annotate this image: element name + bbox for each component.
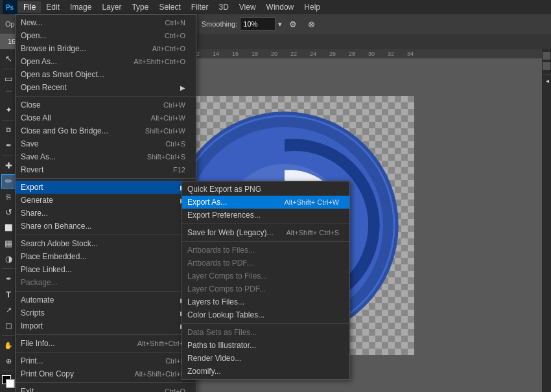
menu-item-open-as[interactable]: Open As... Alt+Shift+Ctrl+O: [16, 55, 196, 68]
menu-item-open-recent[interactable]: Open Recent ▶: [16, 81, 196, 94]
right-panel-arrow[interactable]: ▸: [543, 78, 550, 86]
menu-image[interactable]: Image: [65, 1, 97, 13]
right-panel-btn-1[interactable]: [543, 52, 550, 60]
export-sep-1: [182, 224, 349, 224]
menu-item-layer-comps-files: Layer Comps to Files...: [182, 270, 349, 282]
menu-item-close-bridge[interactable]: Close and Go to Bridge... Shift+Ctrl+W: [16, 124, 196, 137]
right-panel-sep: [543, 74, 550, 75]
menu-sep-5: [16, 334, 196, 335]
menu-3d[interactable]: 3D: [213, 1, 233, 13]
menu-item-import[interactable]: Import ▶: [16, 319, 196, 332]
menu-sep-2: [16, 178, 196, 179]
smoothing-input[interactable]: [240, 17, 276, 30]
menu-item-save-web[interactable]: Save for Web (Legacy)... Alt+Shift+ Ctrl…: [182, 226, 349, 239]
menu-item-quick-export[interactable]: Quick Export as PNG: [182, 183, 349, 196]
menu-item-artboards-pdf: Artboards to PDF...: [182, 257, 349, 270]
menu-item-share-behance[interactable]: Share on Behance...: [16, 220, 196, 233]
menu-item-export-prefs[interactable]: Export Preferences...: [182, 209, 349, 222]
menu-sep-7: [16, 382, 196, 383]
menu-item-place-linked[interactable]: Place Linked...: [16, 263, 196, 276]
menu-item-export-as[interactable]: Export As... Alt+Shift+ Ctrl+W: [182, 196, 349, 209]
menu-item-close-all[interactable]: Close All Alt+Ctrl+W: [16, 111, 196, 124]
menu-item-artboards-files: Artboards to Files...: [182, 244, 349, 257]
smoothing-settings-btn[interactable]: ⚙: [286, 17, 300, 31]
menu-view[interactable]: View: [234, 1, 261, 13]
menu-sep-4: [16, 291, 196, 292]
right-panel-btn-2[interactable]: [543, 62, 550, 70]
menu-item-place-embedded[interactable]: Place Embedded...: [16, 250, 196, 263]
menu-item-print[interactable]: Print... Ctrl+P: [16, 354, 196, 367]
menu-item-layers-files[interactable]: Layers to Files...: [182, 295, 349, 308]
menu-help[interactable]: Help: [299, 1, 325, 13]
menu-item-scripts[interactable]: Scripts ▶: [16, 306, 196, 319]
menu-file[interactable]: File: [18, 1, 41, 13]
menu-item-print-one[interactable]: Print One Copy Alt+Shift+Ctrl+P: [16, 367, 196, 380]
menu-item-package: Package...: [16, 276, 196, 289]
menu-sep-1: [16, 96, 196, 97]
menu-item-color-lookup[interactable]: Color Lookup Tables...: [182, 308, 349, 321]
export-sep-3: [182, 323, 349, 324]
menu-bar: Ps File Edit Image Layer Type Select Fil…: [0, 0, 551, 14]
file-dropdown-menu: New... Ctrl+N Open... Ctrl+O Browse in B…: [15, 14, 196, 392]
symmetry-btn[interactable]: ⊗: [304, 17, 318, 31]
menu-item-browse[interactable]: Browse in Bridge... Alt+Ctrl+O: [16, 42, 196, 55]
menu-type[interactable]: Type: [126, 1, 154, 13]
menu-item-paths-illustrator[interactable]: Paths to Illustrator...: [182, 339, 349, 352]
menu-item-save-as[interactable]: Save As... Shift+Ctrl+S: [16, 150, 196, 163]
menu-item-close[interactable]: Close Ctrl+W: [16, 98, 196, 111]
menu-item-automate[interactable]: Automate ▶: [16, 294, 196, 306]
menu-filter[interactable]: Filter: [186, 1, 214, 13]
menu-item-share[interactable]: Share...: [16, 207, 196, 220]
menu-item-new[interactable]: New... Ctrl+N: [16, 16, 196, 29]
menu-edit[interactable]: Edit: [41, 1, 65, 13]
menu-item-exit[interactable]: Exit Ctrl+Q: [16, 385, 196, 392]
menu-item-layer-comps-pdf: Layer Comps to PDF...: [182, 282, 349, 295]
menu-item-render-video[interactable]: Render Video...: [182, 352, 349, 365]
menu-item-save[interactable]: Save Ctrl+S: [16, 137, 196, 150]
smoothing-section: Smoothing: ▾: [202, 17, 283, 30]
menu-item-open-smart[interactable]: Open as Smart Object...: [16, 68, 196, 81]
export-submenu: Quick Export as PNG Export As... Alt+Shi…: [182, 181, 350, 380]
menu-item-revert[interactable]: Revert F12: [16, 163, 196, 176]
dropdown-overlay: New... Ctrl+N Open... Ctrl+O Browse in B…: [0, 14, 196, 392]
menu-window[interactable]: Window: [261, 1, 299, 13]
menu-item-zoomify[interactable]: Zoomify...: [182, 365, 349, 378]
ps-logo: Ps: [3, 0, 17, 14]
export-sep-2: [182, 241, 349, 242]
smoothing-dropdown-icon[interactable]: ▾: [278, 20, 282, 29]
right-panel: ▸: [542, 49, 551, 392]
menu-sep-3: [16, 235, 196, 235]
menu-layer[interactable]: Layer: [97, 1, 126, 13]
menu-item-export[interactable]: Export ▶: [16, 181, 196, 194]
menu-select[interactable]: Select: [154, 1, 185, 13]
menu-item-generate[interactable]: Generate ▶: [16, 194, 196, 207]
menu-sep-6: [16, 352, 196, 352]
menu-item-open[interactable]: Open... Ctrl+O: [16, 29, 196, 42]
smoothing-label: Smoothing:: [202, 20, 238, 28]
menu-item-search-stock[interactable]: Search Adobe Stock...: [16, 237, 196, 250]
menu-item-data-sets: Data Sets as Files...: [182, 326, 349, 339]
menu-item-file-info[interactable]: File Info... Alt+Shift+Ctrl+I: [16, 337, 196, 350]
